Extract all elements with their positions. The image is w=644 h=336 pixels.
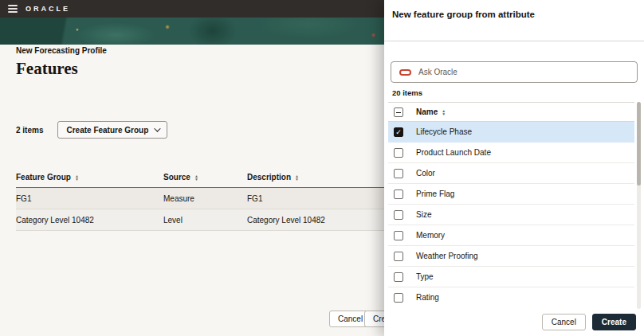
attribute-label: Product Launch Date — [416, 148, 491, 157]
breadcrumb: New Forecasting Profile — [16, 46, 107, 55]
search-input[interactable] — [418, 68, 629, 76]
attribute-row[interactable]: Product Launch Date — [388, 143, 634, 163]
new-feature-group-drawer: New feature group from attribute 20 item… — [384, 0, 644, 336]
attribute-label: Memory — [416, 231, 445, 240]
attribute-list-header: Name — [388, 102, 634, 122]
attribute-list: Lifecycle Phase Product Launch Date Colo… — [388, 122, 634, 307]
items-count: 2 items — [16, 126, 43, 135]
attribute-checkbox[interactable] — [394, 148, 403, 158]
oracle-logo: ORACLE — [26, 5, 70, 13]
attribute-label: Color — [416, 169, 435, 178]
scrollbar-thumb[interactable] — [637, 102, 641, 186]
attribute-row[interactable]: Type — [388, 267, 634, 287]
scrollbar[interactable] — [637, 102, 641, 309]
oracle-o-icon — [399, 69, 411, 76]
sort-icon[interactable] — [75, 174, 79, 181]
drawer-title: New feature group from attribute — [392, 10, 535, 19]
attribute-checkbox[interactable] — [394, 293, 403, 303]
drawer-create-button[interactable]: Create — [592, 314, 636, 330]
attribute-label: Weather Proofing — [416, 252, 478, 260]
attribute-row[interactable]: Prime Flag — [388, 184, 634, 205]
column-feature-group[interactable]: Feature Group — [16, 173, 163, 182]
attribute-row[interactable]: Lifecycle Phase — [388, 122, 634, 143]
app-screen: ORACLE New Forecasting Profile Features … — [0, 0, 644, 336]
attribute-checkbox[interactable] — [394, 272, 403, 282]
attribute-label: Rating — [416, 293, 439, 302]
attribute-row[interactable]: Memory — [388, 225, 634, 246]
attribute-label: Size — [416, 210, 431, 219]
create-feature-group-label: Create Feature Group — [66, 126, 148, 135]
sort-icon[interactable] — [442, 109, 446, 115]
ask-oracle-search[interactable] — [391, 61, 638, 83]
page-title: Features — [16, 59, 78, 79]
attribute-count: 20 items — [392, 88, 422, 97]
table-toolbar: 2 items Create Feature Group — [16, 121, 167, 139]
attribute-label: Prime Flag — [416, 189, 454, 198]
sort-icon[interactable] — [295, 174, 299, 181]
chevron-down-icon — [154, 125, 160, 131]
attribute-checkbox[interactable] — [394, 189, 403, 199]
cell-source: Measure — [163, 194, 247, 203]
attribute-checkbox[interactable] — [394, 127, 403, 137]
attribute-label: Lifecycle Phase — [416, 127, 472, 136]
attribute-row[interactable]: Rating — [388, 287, 634, 307]
attribute-row[interactable]: Weather Proofing — [388, 246, 634, 267]
column-name[interactable]: Name — [416, 107, 446, 116]
sort-icon[interactable] — [194, 174, 198, 181]
attribute-label: Type — [416, 272, 434, 281]
attribute-checkbox[interactable] — [394, 169, 403, 178]
attribute-checkbox[interactable] — [394, 252, 403, 261]
cell-source: Level — [163, 216, 247, 225]
cell-feature-group: Category Level 10482 — [16, 216, 163, 225]
cell-feature-group: FG1 — [16, 194, 163, 203]
column-source[interactable]: Source — [163, 173, 247, 182]
drawer-footer: Cancel Create — [542, 314, 636, 330]
attribute-checkbox[interactable] — [394, 231, 403, 240]
divider — [384, 41, 644, 41]
attribute-row[interactable]: Color — [388, 163, 634, 184]
attribute-checkbox[interactable] — [394, 210, 403, 220]
create-feature-group-button[interactable]: Create Feature Group — [57, 121, 167, 139]
hamburger-menu-icon[interactable] — [8, 5, 18, 13]
select-all-checkbox[interactable] — [394, 107, 403, 117]
attribute-row[interactable]: Size — [388, 205, 634, 225]
drawer-cancel-button[interactable]: Cancel — [542, 314, 586, 330]
